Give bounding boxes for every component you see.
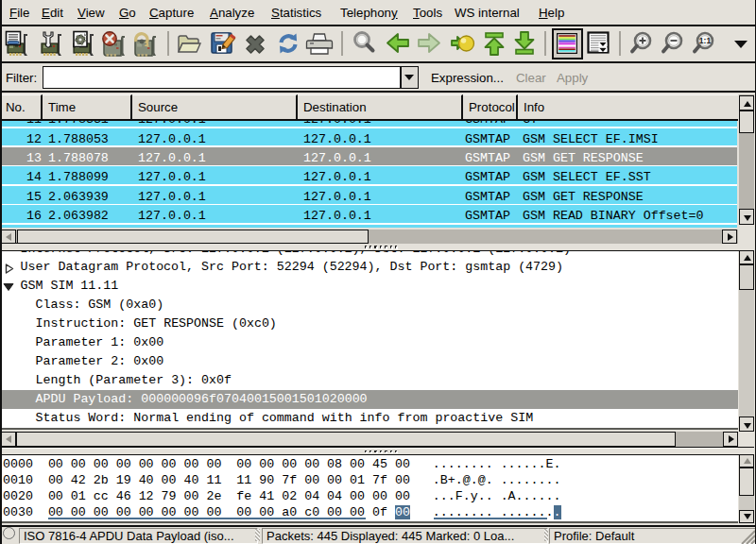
svg-text:1:1: 1:1 [699, 36, 712, 45]
